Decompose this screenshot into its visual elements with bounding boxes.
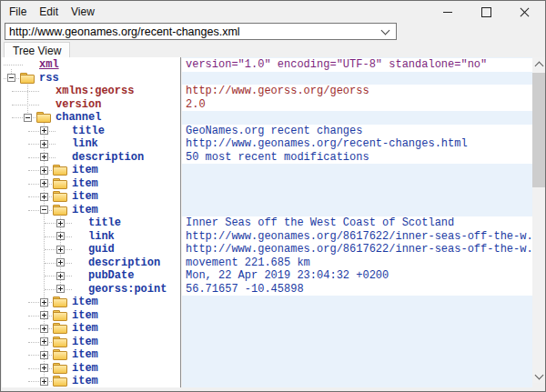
value-row[interactable]: http://www.geonames.org/8617622/inner-se… (182, 243, 532, 256)
tree-node-label[interactable]: version (56, 98, 101, 111)
expand-plus-icon[interactable] (56, 232, 65, 240)
dropdown-chevron-icon[interactable] (381, 25, 390, 35)
folder-icon (53, 205, 67, 216)
tree-node-label[interactable]: link (88, 230, 115, 243)
value-row[interactable]: Inner Seas off the West Coast of Scotlan… (182, 216, 532, 230)
folder-icon (53, 178, 67, 190)
menu-edit[interactable]: Edit (33, 3, 65, 21)
minimize-button[interactable] (429, 1, 467, 23)
expand-plus-icon[interactable] (40, 179, 48, 187)
expand-plus-icon[interactable] (56, 258, 65, 266)
tree-node-label[interactable]: link (72, 137, 98, 150)
tree-row: version (2, 98, 178, 112)
tree-node-label[interactable]: item (72, 362, 98, 375)
tree-node-label[interactable]: xmlns:georss (56, 85, 134, 97)
collapse-minus-icon[interactable] (7, 74, 15, 82)
node-values-panel: version="1.0" encoding="UTF-8" standalon… (182, 57, 532, 388)
scroll-up-icon (534, 62, 543, 71)
tree-node-label[interactable]: item (72, 375, 98, 387)
close-button[interactable] (505, 1, 543, 23)
scroll-down-button[interactable] (532, 368, 545, 383)
tree-node-label[interactable]: item (72, 164, 98, 176)
tree-node-label[interactable]: item (72, 336, 98, 348)
expand-plus-icon[interactable] (40, 325, 48, 333)
folder-icon (53, 310, 67, 322)
value-row (182, 348, 532, 362)
menu-view[interactable]: View (65, 3, 101, 21)
value-row[interactable]: movement 221.685 km (182, 256, 532, 270)
element-icon (69, 256, 84, 268)
element-icon (53, 151, 67, 163)
value-row[interactable]: version="1.0" encoding="UTF-8" standalon… (182, 58, 532, 72)
scroll-down-icon (534, 370, 543, 379)
tree-node-label[interactable]: item (72, 204, 98, 216)
value-row[interactable]: http://www.geonames.org/8617622/inner-se… (182, 230, 532, 244)
expand-plus-icon[interactable] (40, 337, 48, 346)
tree-row: guid (2, 243, 178, 256)
tree-node-label[interactable]: item (72, 296, 98, 308)
value-row[interactable]: 56.71657 -10.45898 (182, 283, 532, 297)
tab-strip: Tree View (4, 42, 70, 57)
expand-plus-icon[interactable] (40, 153, 48, 161)
expand-plus-icon[interactable] (40, 311, 48, 319)
expand-plus-icon[interactable] (40, 364, 48, 372)
expand-plus-icon[interactable] (40, 166, 48, 175)
tree-row: xmlns:georss (2, 85, 178, 98)
xml-declaration-icon (20, 59, 35, 71)
value-row[interactable]: 50 most recent modifications (182, 151, 532, 165)
tree-node-label[interactable]: item (72, 177, 98, 190)
value-row (182, 375, 532, 388)
tree-node-label[interactable]: item (72, 322, 98, 335)
maximize-button[interactable] (467, 1, 505, 23)
tree-row: link (2, 137, 178, 151)
panel-splitter[interactable] (178, 57, 181, 388)
tree-row: xml (2, 58, 178, 72)
tree-node-label[interactable]: rss (39, 72, 59, 85)
tab-tree-view[interactable]: Tree View (4, 42, 70, 57)
expand-plus-icon[interactable] (56, 285, 65, 293)
tree-node-label[interactable]: channel (56, 111, 101, 124)
expand-plus-icon[interactable] (40, 377, 48, 386)
expand-plus-icon[interactable] (40, 193, 48, 201)
value-row[interactable]: 2.0 (182, 98, 532, 112)
folder-icon (53, 337, 67, 348)
tree-node-label[interactable]: title (72, 125, 105, 137)
expand-plus-icon[interactable] (56, 219, 65, 227)
scrollbar-thumb[interactable] (532, 73, 545, 187)
tree-node-label[interactable]: xml (39, 58, 59, 71)
vertical-scrollbar[interactable] (532, 57, 545, 383)
tree-node-label[interactable]: pubDate (88, 269, 134, 282)
value-row[interactable]: Mon, 22 Apr 2019 23:04:32 +0200 (182, 269, 532, 283)
tree-node-label[interactable]: item (72, 309, 98, 322)
tree-node-label[interactable]: description (72, 151, 144, 164)
tree-node-label[interactable]: item (72, 190, 98, 203)
tree-node-label[interactable]: title (88, 216, 121, 229)
element-icon (69, 244, 84, 256)
expand-plus-icon[interactable] (40, 351, 48, 359)
folder-icon (53, 191, 67, 203)
value-row[interactable]: http://www.geonames.org/recent-changes.h… (182, 137, 532, 151)
expand-plus-icon[interactable] (56, 246, 65, 254)
menu-file[interactable]: File (3, 3, 33, 21)
expand-plus-icon[interactable] (40, 298, 48, 307)
collapse-minus-icon[interactable] (40, 206, 48, 214)
folder-icon (36, 112, 51, 124)
value-row (182, 336, 532, 349)
tree-node-label[interactable]: georss:point (88, 283, 167, 296)
collapse-minus-icon[interactable] (24, 114, 32, 122)
scroll-up-button[interactable] (532, 57, 545, 72)
url-input[interactable] (5, 25, 382, 38)
tree-row: link (2, 230, 178, 244)
expand-plus-icon[interactable] (40, 140, 48, 148)
expand-plus-icon[interactable] (40, 126, 48, 135)
tree-node-label[interactable]: description (88, 256, 160, 269)
tree-row: item (2, 164, 178, 177)
value-row[interactable]: GeoNames.org recent changes (182, 125, 532, 138)
value-row (182, 111, 532, 125)
tree-row: item (2, 362, 178, 376)
url-combobox[interactable] (5, 23, 397, 40)
expand-plus-icon[interactable] (56, 272, 65, 280)
tree-node-label[interactable]: item (72, 348, 98, 361)
tree-node-label[interactable]: guid (88, 243, 115, 256)
value-row[interactable]: http://www.georss.org/georss (182, 85, 532, 98)
